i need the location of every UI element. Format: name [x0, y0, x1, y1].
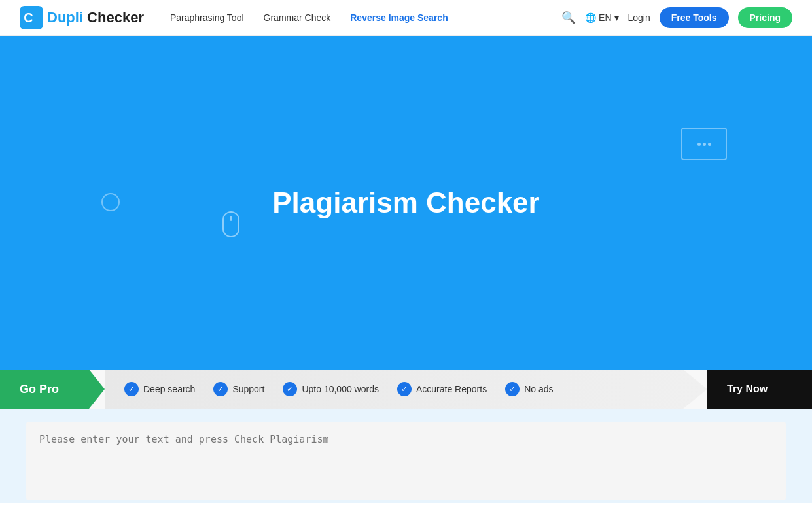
nav-grammar-check[interactable]: Grammar Check — [264, 12, 331, 23]
free-tools-button[interactable]: Free Tools — [660, 7, 729, 28]
deco-mouse-icon — [222, 211, 239, 237]
feature-deep-search: ✓ Deep search — [124, 382, 195, 396]
monitor-dot-1 — [697, 143, 701, 146]
lang-label: EN — [599, 12, 611, 23]
feature-label-2: Support — [232, 384, 264, 394]
feature-label-5: No ads — [524, 384, 553, 394]
chevron-down-icon: ▾ — [614, 12, 619, 23]
monitor-dot-2 — [703, 143, 706, 146]
check-icon-2: ✓ — [213, 382, 228, 396]
language-selector[interactable]: 🌐 EN ▾ — [585, 12, 618, 23]
logo-text: Dupli Checker — [47, 9, 144, 26]
feature-label-4: Accurate Reports — [416, 384, 487, 394]
nav-right: 🔍 🌐 EN ▾ Login Free Tools Pricing — [561, 7, 792, 28]
globe-icon: 🌐 — [585, 12, 596, 23]
search-icon-button[interactable]: 🔍 — [561, 10, 576, 25]
go-pro-features: ✓ Deep search ✓ Support ✓ Upto 10,000 wo… — [105, 370, 707, 409]
feature-label-3: Upto 10,000 words — [302, 384, 379, 394]
plagiarism-text-input[interactable] — [26, 422, 786, 500]
search-icon: 🔍 — [561, 11, 576, 24]
deco-circle — [101, 193, 120, 211]
logo[interactable]: C Dupli Checker — [20, 6, 144, 29]
check-icon-5: ✓ — [505, 382, 520, 396]
go-pro-label: Go Pro — [0, 370, 105, 409]
feature-word-count: ✓ Upto 10,000 words — [283, 382, 379, 396]
try-now-section: Try Now — [707, 370, 812, 409]
feature-support: ✓ Support — [213, 382, 264, 396]
go-pro-text: Go Pro — [20, 383, 59, 396]
nav-paraphrasing-tool[interactable]: Paraphrasing Tool — [170, 12, 244, 23]
check-icon-4: ✓ — [397, 382, 412, 396]
navbar: C Dupli Checker Paraphrasing Tool Gramma… — [0, 0, 812, 36]
check-icon-3: ✓ — [283, 382, 297, 396]
go-pro-banner: Go Pro ✓ Deep search ✓ Support ✓ Upto 10… — [0, 370, 812, 409]
check-icon-1: ✓ — [124, 382, 139, 396]
deco-monitor-icon — [681, 128, 727, 160]
login-button[interactable]: Login — [628, 12, 650, 23]
monitor-dot-3 — [708, 143, 711, 146]
feature-accurate-reports: ✓ Accurate Reports — [397, 382, 487, 396]
nav-links: Paraphrasing Tool Grammar Check Reverse … — [170, 12, 561, 23]
hero-section: Plagiarism Checker — [0, 36, 812, 370]
svg-text:C: C — [24, 10, 33, 25]
feature-label-1: Deep search — [143, 384, 195, 394]
nav-reverse-image-search[interactable]: Reverse Image Search — [350, 12, 448, 23]
feature-no-ads: ✓ No ads — [505, 382, 553, 396]
hero-title: Plagiarism Checker — [272, 186, 539, 219]
try-now-button[interactable]: Try Now — [727, 383, 768, 395]
logo-icon: C — [20, 6, 43, 29]
pricing-button[interactable]: Pricing — [738, 7, 792, 28]
textarea-section — [0, 409, 812, 503]
